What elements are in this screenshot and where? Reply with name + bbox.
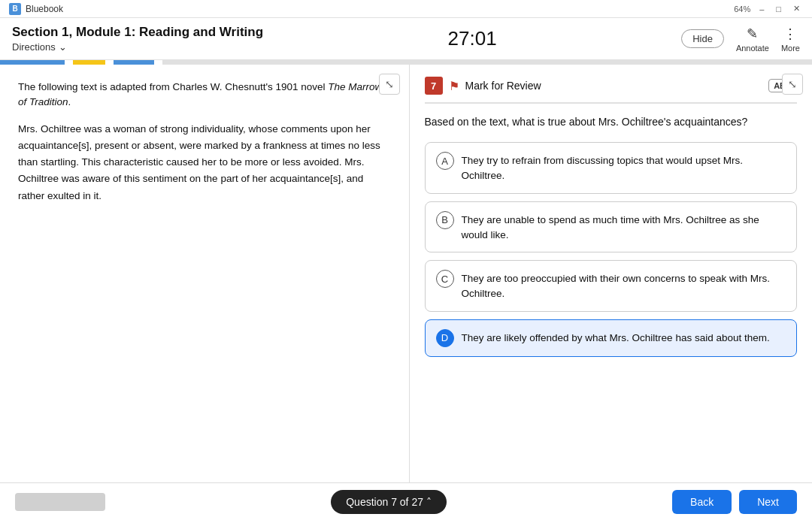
right-panel: ⤡ 7 ⚑ Mark for Review ABC Based on the t… (410, 65, 813, 482)
expand-left-button[interactable]: ⤡ (379, 74, 400, 95)
choice-letter-a: A (436, 152, 454, 170)
question-number: 7 (425, 77, 443, 95)
back-button[interactable]: Back (672, 490, 732, 514)
choice-letter-c: C (436, 270, 454, 288)
bottom-placeholder (15, 493, 105, 511)
minimize-button[interactable]: – (756, 5, 767, 14)
choice-letter-b: B (436, 211, 454, 229)
annotate-icon: ✎ (747, 26, 758, 42)
choice-text-c: They are too preoccupied with their own … (462, 270, 786, 302)
right-panel-toolbar: ⤡ (782, 74, 803, 95)
left-panel: ⤡ The following text is adapted from Cha… (0, 65, 410, 482)
passage-body: Mrs. Ochiltree was a woman of strong ind… (18, 121, 391, 204)
choice-b[interactable]: B They are unable to spend as much time … (425, 201, 798, 253)
section-title: Section 1, Module 1: Reading and Writing (12, 25, 263, 40)
timer-display: 27:01 (448, 27, 497, 50)
choice-text-a: They try to refrain from discussing topi… (462, 152, 786, 184)
titlebar: B Bluebook 64% – □ ✕ (0, 0, 812, 18)
passage-intro: The following text is adapted from Charl… (18, 80, 391, 110)
annotate-action[interactable]: ✎ Annotate (736, 26, 769, 53)
question-text: Based on the text, what is true about Mr… (425, 114, 798, 130)
bookmark-icon: ⚑ (449, 79, 459, 93)
left-panel-toolbar: ⤡ (379, 74, 400, 95)
app-name: Bluebook (26, 4, 63, 14)
restore-button[interactable]: □ (773, 5, 784, 14)
question-nav-button[interactable]: Question 7 of 27 ˄ (331, 490, 447, 514)
more-icon: ⋮ (783, 26, 797, 42)
choice-letter-d: D (436, 329, 454, 347)
choice-d[interactable]: D They are likely offended by what Mrs. … (425, 319, 798, 357)
next-button[interactable]: Next (739, 490, 797, 514)
close-button[interactable]: ✕ (790, 4, 803, 14)
directions-label: Directions (12, 41, 56, 53)
more-label: More (781, 44, 800, 53)
nav-buttons: Back Next (672, 490, 797, 514)
choice-c[interactable]: C They are too preoccupied with their ow… (425, 260, 798, 312)
choices-container: A They try to refrain from discussing to… (425, 142, 798, 357)
chevron-down-icon: ⌄ (59, 41, 67, 53)
bottom-bar: Question 7 of 27 ˄ Back Next (0, 482, 812, 520)
mark-review-label: Mark for Review (465, 80, 763, 92)
question-nav-label: Question 7 of 27 ˄ (346, 496, 432, 508)
header-right: Hide ✎ Annotate ⋮ More (681, 26, 800, 53)
hide-button[interactable]: Hide (681, 29, 724, 48)
main-content: ⤡ The following text is adapted from Cha… (0, 65, 812, 482)
more-action[interactable]: ⋮ More (781, 26, 800, 53)
expand-right-button[interactable]: ⤡ (782, 74, 803, 95)
app-logo: B (9, 3, 21, 15)
question-header: 7 ⚑ Mark for Review ABC (425, 77, 798, 104)
titlebar-controls: 64% – □ ✕ (734, 4, 803, 14)
header: Section 1, Module 1: Reading and Writing… (0, 18, 812, 60)
timer-section: 27:01 (448, 27, 497, 50)
choice-text-b: They are unable to spend as much time wi… (462, 211, 786, 243)
titlebar-left: B Bluebook (9, 3, 63, 15)
battery-info: 64% (734, 5, 750, 14)
annotate-label: Annotate (736, 44, 769, 53)
choice-a[interactable]: A They try to refrain from discussing to… (425, 142, 798, 194)
choice-text-d: They are likely offended by what Mrs. Oc… (462, 329, 770, 346)
directions-button[interactable]: Directions ⌄ (12, 41, 263, 53)
header-left: Section 1, Module 1: Reading and Writing… (12, 25, 263, 53)
